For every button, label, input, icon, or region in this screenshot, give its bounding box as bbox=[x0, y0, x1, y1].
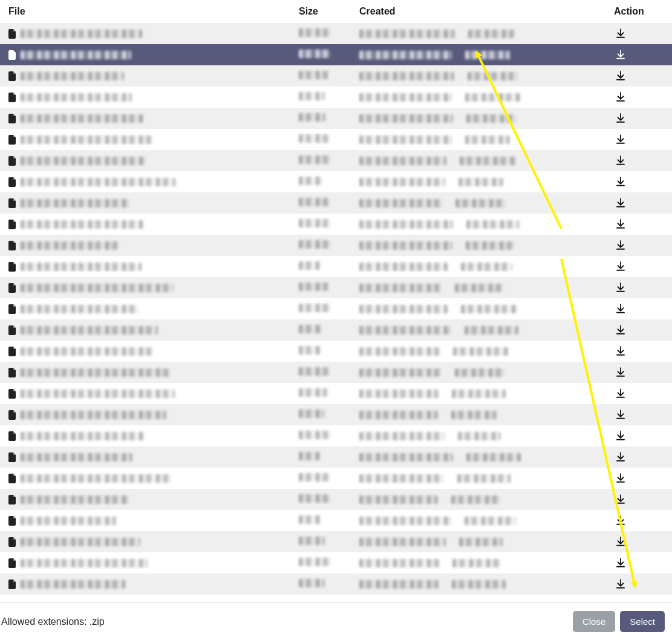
table-row[interactable] bbox=[0, 108, 672, 129]
col-header-created[interactable]: Created bbox=[351, 0, 605, 23]
download-button[interactable] bbox=[614, 323, 627, 336]
table-row[interactable] bbox=[0, 44, 672, 65]
cell-action bbox=[605, 489, 672, 510]
col-header-size[interactable]: Size bbox=[290, 0, 351, 23]
redacted-text bbox=[359, 199, 442, 207]
redacted-text bbox=[455, 284, 503, 292]
download-button[interactable] bbox=[614, 577, 627, 590]
cell-created bbox=[351, 192, 605, 214]
redacted-text bbox=[21, 559, 148, 567]
download-button[interactable] bbox=[614, 175, 627, 188]
cell-action bbox=[605, 341, 672, 362]
table-row[interactable] bbox=[0, 489, 672, 510]
redacted-text bbox=[359, 114, 453, 123]
table-row[interactable] bbox=[0, 23, 672, 44]
table-row[interactable] bbox=[0, 192, 672, 214]
close-button[interactable]: Close bbox=[573, 611, 615, 632]
cell-created bbox=[351, 171, 605, 192]
table-row[interactable] bbox=[0, 65, 672, 87]
table-row[interactable] bbox=[0, 150, 672, 171]
table-row[interactable] bbox=[0, 383, 672, 404]
download-button[interactable] bbox=[614, 302, 627, 315]
redacted-text bbox=[299, 431, 331, 439]
download-icon bbox=[615, 557, 626, 568]
redacted-text bbox=[359, 495, 438, 504]
cell-action bbox=[605, 510, 672, 531]
redacted-text bbox=[299, 92, 325, 100]
file-icon bbox=[8, 241, 17, 250]
download-button[interactable] bbox=[614, 492, 627, 506]
redacted-text bbox=[466, 220, 519, 229]
table-row[interactable] bbox=[0, 362, 672, 383]
table-row[interactable] bbox=[0, 277, 672, 298]
download-button[interactable] bbox=[614, 450, 627, 463]
download-button[interactable] bbox=[614, 196, 627, 209]
cell-action bbox=[605, 277, 672, 298]
table-row[interactable] bbox=[0, 298, 672, 319]
download-button[interactable] bbox=[614, 90, 627, 103]
download-button[interactable] bbox=[614, 48, 627, 61]
select-button[interactable]: Select bbox=[620, 611, 665, 632]
table-row[interactable] bbox=[0, 341, 672, 362]
download-button[interactable] bbox=[614, 281, 627, 294]
cell-size bbox=[290, 129, 351, 150]
redacted-text bbox=[299, 346, 321, 354]
table-row[interactable] bbox=[0, 256, 672, 277]
table-row[interactable] bbox=[0, 446, 672, 468]
redacted-text bbox=[21, 136, 152, 144]
redacted-text bbox=[359, 517, 451, 525]
redacted-text bbox=[451, 411, 497, 419]
download-button[interactable] bbox=[614, 514, 627, 527]
cell-created bbox=[351, 277, 605, 298]
download-icon bbox=[615, 388, 626, 399]
table-row[interactable] bbox=[0, 468, 672, 489]
download-button[interactable] bbox=[614, 408, 627, 421]
redacted-text bbox=[299, 198, 330, 206]
download-button[interactable] bbox=[614, 238, 627, 252]
download-button[interactable] bbox=[614, 132, 627, 146]
cell-size bbox=[290, 87, 351, 108]
redacted-text bbox=[21, 411, 166, 419]
redacted-text bbox=[299, 155, 331, 164]
table-row[interactable] bbox=[0, 552, 672, 573]
redacted-text bbox=[359, 347, 440, 356]
download-button[interactable] bbox=[614, 429, 627, 442]
table-row[interactable] bbox=[0, 171, 672, 192]
table-row[interactable] bbox=[0, 510, 672, 531]
download-button[interactable] bbox=[614, 111, 627, 125]
table-row[interactable] bbox=[0, 573, 672, 595]
table-row[interactable] bbox=[0, 319, 672, 341]
table-row[interactable] bbox=[0, 425, 672, 446]
table-row[interactable] bbox=[0, 404, 672, 425]
redacted-text bbox=[299, 410, 324, 418]
cell-size bbox=[290, 150, 351, 171]
table-row[interactable] bbox=[0, 531, 672, 552]
redacted-text bbox=[359, 157, 446, 165]
download-button[interactable] bbox=[614, 260, 627, 273]
cell-created bbox=[351, 341, 605, 362]
download-button[interactable] bbox=[614, 365, 627, 379]
redacted-text bbox=[21, 390, 175, 398]
download-button[interactable] bbox=[614, 69, 627, 82]
redacted-text bbox=[299, 473, 330, 482]
download-button[interactable] bbox=[614, 471, 627, 485]
cell-file bbox=[0, 319, 290, 341]
table-row[interactable] bbox=[0, 235, 672, 256]
cell-created bbox=[351, 108, 605, 129]
download-button[interactable] bbox=[614, 154, 627, 167]
col-header-file[interactable]: File bbox=[0, 0, 290, 23]
redacted-text bbox=[21, 114, 143, 123]
table-row[interactable] bbox=[0, 129, 672, 150]
cell-size bbox=[290, 235, 351, 256]
download-button[interactable] bbox=[614, 535, 627, 548]
download-button[interactable] bbox=[614, 387, 627, 400]
cell-size bbox=[290, 446, 351, 468]
redacted-text bbox=[359, 326, 451, 335]
cell-size bbox=[290, 256, 351, 277]
table-row[interactable] bbox=[0, 214, 672, 235]
download-button[interactable] bbox=[614, 556, 627, 569]
download-button[interactable] bbox=[614, 217, 627, 230]
table-row[interactable] bbox=[0, 87, 672, 108]
download-button[interactable] bbox=[614, 27, 627, 40]
download-button[interactable] bbox=[614, 344, 627, 358]
